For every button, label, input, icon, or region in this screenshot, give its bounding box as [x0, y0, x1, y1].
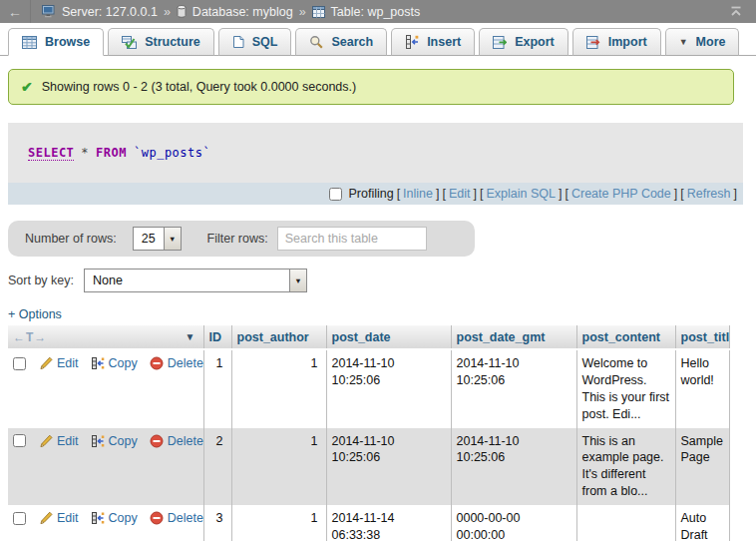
breadcrumb-database[interactable]: Database: myblog: [192, 5, 293, 19]
profiling-checkbox[interactable]: [329, 188, 342, 201]
sort-options-icon[interactable]: ▼: [186, 331, 198, 342]
cell-post-title: Sample Page: [675, 428, 729, 506]
table-row: Edit Copy Delete: [8, 505, 729, 541]
cell-post-author: 1: [231, 505, 326, 541]
server-icon: [42, 5, 56, 18]
options-toggle-link[interactable]: + Options: [8, 307, 62, 321]
tab-label: Browse: [45, 35, 90, 49]
cell-post-content: [576, 505, 675, 541]
column-header-id[interactable]: ID: [203, 325, 231, 349]
delete-row-button[interactable]: Delete: [150, 433, 203, 450]
row-checkbox[interactable]: [13, 434, 26, 447]
pencil-icon: [39, 434, 53, 448]
sort-by-key-label: Sort by key:: [8, 273, 74, 287]
edit-row-button[interactable]: Edit: [39, 510, 79, 527]
row-checkbox[interactable]: [13, 512, 26, 525]
column-order-icon: ←T→: [13, 330, 47, 344]
pencil-icon: [39, 511, 53, 525]
column-header-post-date-gmt[interactable]: post_date_gmt: [451, 325, 576, 349]
tab-browse[interactable]: Browse: [8, 28, 104, 56]
filter-rows-input[interactable]: [277, 227, 427, 251]
edit-label: Edit: [57, 355, 79, 372]
tab-sql[interactable]: SQL: [218, 28, 292, 56]
cell-post-date: 2014-11-10 10:25:06: [326, 428, 451, 506]
chevron-down-icon: ▼: [164, 228, 181, 250]
table-icon: [312, 6, 325, 18]
breadcrumb-server[interactable]: Server: 127.0.0.1: [62, 5, 158, 19]
table-row: Edit Copy Delete: [8, 349, 729, 428]
tab-search[interactable]: Search: [295, 28, 387, 56]
tab-bar: Browse Structure SQL Search Insert Expor…: [0, 23, 756, 56]
breadcrumb-separator: »: [164, 5, 171, 19]
copy-row-button[interactable]: Copy: [91, 355, 138, 372]
back-arrow-button[interactable]: ←: [0, 0, 31, 23]
edit-query-link[interactable]: Edit: [449, 187, 471, 201]
cell-id: 1: [203, 349, 231, 428]
cell-post-date: 2014-11-14 06:33:38: [326, 505, 451, 541]
column-options-header[interactable]: ←T→ ▼: [8, 325, 203, 349]
column-header-post-content[interactable]: post_content: [576, 325, 675, 349]
explain-sql-link[interactable]: Explain SQL: [486, 187, 555, 201]
cell-id: 2: [203, 428, 231, 506]
number-of-rows-value: 25: [134, 228, 164, 250]
edit-row-button[interactable]: Edit: [39, 433, 79, 450]
delete-row-button[interactable]: Delete: [150, 355, 203, 372]
cell-post-title: Hello world!: [675, 349, 729, 428]
tab-label: SQL: [252, 35, 278, 49]
chevron-down-icon: ▼: [679, 37, 688, 47]
browse-icon: [22, 36, 37, 49]
column-header-post-date[interactable]: post_date: [326, 325, 451, 349]
tab-more[interactable]: ▼ More: [665, 28, 740, 56]
create-php-code-link[interactable]: Create PHP Code: [571, 187, 671, 201]
query-toolbar: Profiling [ Inline ] [ Edit ] [ Explain …: [8, 183, 743, 205]
tab-import[interactable]: Import: [572, 28, 661, 56]
breadcrumb-table[interactable]: Table: wp_posts: [331, 5, 421, 19]
bracket: ]: [559, 187, 562, 201]
copy-row-button[interactable]: Copy: [91, 510, 138, 527]
bracket: [: [442, 187, 445, 201]
copy-label: Copy: [109, 433, 138, 450]
tab-export[interactable]: Export: [479, 28, 568, 56]
database-icon: [177, 5, 187, 18]
cell-post-content: This is an example page. It's different …: [576, 428, 675, 506]
bracket: [: [680, 187, 683, 201]
inline-link[interactable]: Inline: [403, 187, 433, 201]
cell-post-author: 1: [231, 428, 326, 506]
edit-label: Edit: [57, 510, 79, 527]
cell-post-date-gmt: 2014-11-10 10:25:06: [451, 428, 576, 506]
insert-icon: [405, 35, 419, 49]
bracket: [: [565, 187, 567, 201]
cell-post-date-gmt: 2014-11-10 10:25:06: [451, 349, 576, 428]
delete-row-button[interactable]: Delete: [150, 510, 203, 527]
cell-post-author: 1: [231, 349, 326, 428]
number-of-rows-select[interactable]: 25 ▼: [133, 227, 182, 251]
table-header-row: ←T→ ▼ ID post_author post_date post_date…: [8, 325, 729, 349]
sql-query: SELECT * FROM `wp_posts`: [8, 123, 743, 183]
refresh-link[interactable]: Refresh: [687, 187, 731, 201]
column-header-post-author[interactable]: post_author: [231, 325, 326, 349]
column-header-post-title[interactable]: post_title: [675, 325, 729, 349]
import-icon: [586, 36, 600, 49]
bracket: [: [397, 187, 400, 201]
tab-structure[interactable]: Structure: [108, 28, 214, 56]
breadcrumb-separator: »: [299, 5, 306, 19]
collapse-navigation-button[interactable]: [716, 6, 756, 17]
sort-by-key-select[interactable]: None ▼: [84, 269, 307, 292]
row-checkbox[interactable]: [13, 357, 26, 370]
copy-icon: [91, 434, 105, 448]
edit-row-button[interactable]: Edit: [39, 355, 79, 372]
tab-insert[interactable]: Insert: [391, 28, 475, 56]
bracket: [: [480, 187, 483, 201]
collapse-icon: [729, 6, 743, 17]
sql-table-name: `wp_posts`: [134, 146, 210, 160]
copy-row-button[interactable]: Copy: [91, 433, 138, 450]
sort-row: Sort by key: None ▼: [8, 269, 756, 292]
tab-label: Structure: [145, 35, 200, 49]
delete-label: Delete: [168, 510, 203, 527]
back-arrow-icon: ←: [8, 4, 22, 20]
cell-post-date-gmt: 0000-00-00 00:00:00: [451, 505, 576, 541]
table-row: Edit Copy Delete: [8, 428, 729, 506]
bracket: ]: [474, 187, 477, 201]
cell-post-title: Auto Draft: [675, 505, 729, 541]
delete-label: Delete: [168, 433, 203, 450]
